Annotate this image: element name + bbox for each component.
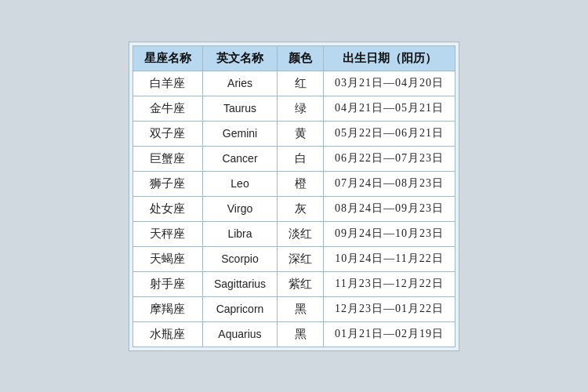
cell-color: 红 [278, 71, 324, 96]
cell-english-name: Sagittarius [202, 271, 277, 296]
table-row: 狮子座Leo橙07月24日—08月23日 [132, 171, 455, 196]
cell-chinese-name: 天蝎座 [132, 246, 202, 271]
cell-chinese-name: 水瓶座 [132, 321, 202, 347]
cell-color: 绿 [278, 96, 324, 121]
cell-english-name: Leo [202, 171, 277, 196]
cell-date: 06月22日—07月23日 [324, 146, 456, 171]
table-row: 射手座Sagittarius紫红11月23日—12月22日 [132, 271, 455, 296]
cell-date: 01月21日—02月19日 [324, 321, 456, 347]
cell-english-name: Capricorn [202, 296, 277, 321]
cell-english-name: Aries [202, 71, 277, 96]
table-header-row: 星座名称 英文名称 颜色 出生日期（阳历） [132, 45, 455, 71]
cell-english-name: Virgo [202, 196, 277, 221]
cell-color: 黑 [278, 321, 324, 347]
cell-english-name: Scorpio [202, 246, 277, 271]
cell-chinese-name: 摩羯座 [132, 296, 202, 321]
header-date: 出生日期（阳历） [324, 45, 456, 71]
table-row: 双子座Gemini黄05月22日—06月21日 [132, 121, 455, 146]
cell-chinese-name: 金牛座 [132, 96, 202, 121]
cell-color: 橙 [278, 171, 324, 196]
table-row: 巨蟹座Cancer白06月22日—07月23日 [132, 146, 455, 171]
table-row: 金牛座Taurus绿04月21日—05月21日 [132, 96, 455, 121]
table-row: 白羊座Aries红03月21日—04月20日 [132, 71, 455, 96]
table-body: 白羊座Aries红03月21日—04月20日金牛座Taurus绿04月21日—0… [132, 71, 455, 347]
cell-date: 12月23日—01月22日 [324, 296, 456, 321]
cell-date: 10月24日—11月22日 [324, 246, 456, 271]
header-english-name: 英文名称 [202, 45, 277, 71]
cell-english-name: Libra [202, 221, 277, 246]
cell-date: 08月24日—09月23日 [324, 196, 456, 221]
cell-english-name: Cancer [202, 146, 277, 171]
cell-date: 11月23日—12月22日 [324, 271, 456, 296]
table-row: 摩羯座Capricorn黑12月23日—01月22日 [132, 296, 455, 321]
cell-date: 09月24日—10月23日 [324, 221, 456, 246]
cell-english-name: Aquarius [202, 321, 277, 347]
cell-color: 灰 [278, 196, 324, 221]
cell-chinese-name: 射手座 [132, 271, 202, 296]
cell-date: 07月24日—08月23日 [324, 171, 456, 196]
cell-chinese-name: 双子座 [132, 121, 202, 146]
table-row: 水瓶座Aquarius黑01月21日—02月19日 [132, 321, 455, 347]
cell-date: 03月21日—04月20日 [324, 71, 456, 96]
zodiac-table: 星座名称 英文名称 颜色 出生日期（阳历） 白羊座Aries红03月21日—04… [132, 45, 456, 347]
cell-chinese-name: 白羊座 [132, 71, 202, 96]
cell-chinese-name: 巨蟹座 [132, 146, 202, 171]
cell-date: 04月21日—05月21日 [324, 96, 456, 121]
cell-chinese-name: 处女座 [132, 196, 202, 221]
cell-color: 紫红 [278, 271, 324, 296]
table-row: 天秤座Libra淡红09月24日—10月23日 [132, 221, 455, 246]
cell-date: 05月22日—06月21日 [324, 121, 456, 146]
cell-color: 黑 [278, 296, 324, 321]
table-row: 处女座Virgo灰08月24日—09月23日 [132, 196, 455, 221]
cell-color: 淡红 [278, 221, 324, 246]
header-color: 颜色 [278, 45, 324, 71]
header-chinese-name: 星座名称 [132, 45, 202, 71]
cell-chinese-name: 天秤座 [132, 221, 202, 246]
table-row: 天蝎座Scorpio深红10月24日—11月22日 [132, 246, 455, 271]
cell-english-name: Gemini [202, 121, 277, 146]
cell-color: 黄 [278, 121, 324, 146]
cell-chinese-name: 狮子座 [132, 171, 202, 196]
cell-english-name: Taurus [202, 96, 277, 121]
cell-color: 白 [278, 146, 324, 171]
zodiac-table-container: 星座名称 英文名称 颜色 出生日期（阳历） 白羊座Aries红03月21日—04… [129, 42, 459, 351]
cell-color: 深红 [278, 246, 324, 271]
